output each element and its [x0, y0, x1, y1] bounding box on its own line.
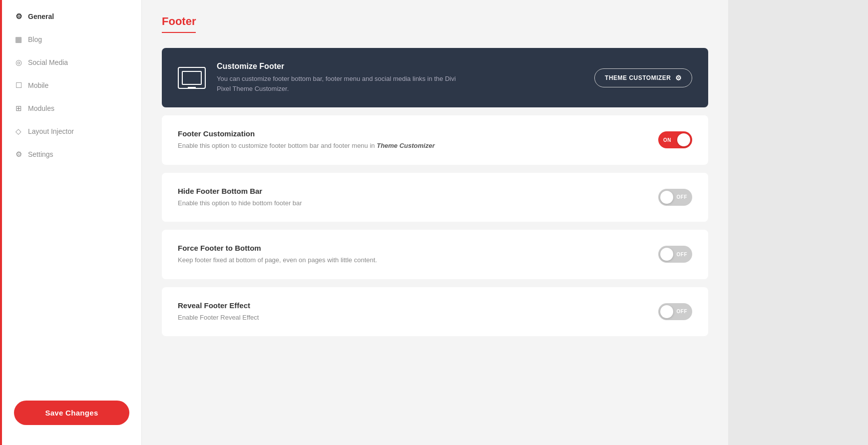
toggle-on-label: ON — [663, 137, 671, 143]
sidebar-label-settings: Settings — [28, 150, 53, 158]
toggle-knob-footer-customization — [677, 133, 690, 146]
sidebar-nav: ⚙ General ▦ Blog ◎ Social Media ☐ Mobile… — [2, 0, 141, 391]
setting-force-footer-bottom: Force Footer to Bottom Keep footer fixed… — [162, 230, 708, 279]
sidebar-label-blog: Blog — [28, 35, 42, 43]
main-content: Footer Customize Footer You can customiz… — [142, 0, 728, 445]
sidebar-label-modules: Modules — [28, 104, 54, 112]
toggle-force-footer[interactable]: OFF — [658, 246, 692, 263]
setting-desc-reveal-footer: Enable Footer Reveal Effect — [178, 313, 259, 323]
toggle-reveal-footer[interactable]: OFF — [658, 303, 692, 320]
footer-icon-inner — [182, 71, 202, 85]
setting-title-footer-customization: Footer Customization — [178, 129, 435, 138]
setting-hide-footer-bottom-bar: Hide Footer Bottom Bar Enable this optio… — [162, 173, 708, 222]
banner-left: Customize Footer You can customize foote… — [178, 62, 456, 93]
save-button-wrapper: Save Changes — [2, 391, 141, 435]
sidebar: ⚙ General ▦ Blog ◎ Social Media ☐ Mobile… — [2, 0, 142, 445]
toggle-off-label-reveal-footer: OFF — [677, 309, 688, 314]
right-decorative-panel — [728, 0, 868, 445]
theme-customizer-label: THEME CUSTOMIZER — [605, 74, 671, 81]
setting-desc-hide-footer: Enable this option to hide bottom footer… — [178, 198, 302, 208]
sidebar-item-settings[interactable]: ⚙ Settings — [2, 143, 141, 166]
gear-icon: ⚙ — [14, 12, 23, 21]
sidebar-item-modules[interactable]: ⊞ Modules — [2, 97, 141, 120]
toggle-switch-reveal-footer[interactable]: OFF — [658, 303, 692, 320]
setting-info-force-footer: Force Footer to Bottom Keep footer fixed… — [178, 244, 377, 265]
theme-customizer-gear-icon: ⚙ — [675, 74, 682, 82]
sidebar-item-mobile[interactable]: ☐ Mobile — [2, 74, 141, 97]
social-media-icon: ◎ — [14, 58, 23, 67]
sidebar-label-general: General — [28, 12, 54, 20]
sidebar-item-blog[interactable]: ▦ Blog — [2, 28, 141, 51]
toggle-knob-force-footer — [660, 248, 673, 261]
sidebar-item-social-media[interactable]: ◎ Social Media — [2, 51, 141, 74]
toggle-knob-reveal-footer — [660, 305, 673, 318]
sidebar-item-layout-injector[interactable]: ◇ Layout Injector — [2, 120, 141, 143]
setting-title-hide-footer: Hide Footer Bottom Bar — [178, 187, 302, 195]
sidebar-label-mobile: Mobile — [28, 81, 48, 89]
toggle-switch-footer-customization[interactable]: ON — [658, 131, 692, 148]
page-title: Footer — [162, 15, 196, 33]
sidebar-label-social-media: Social Media — [28, 58, 68, 66]
setting-title-force-footer: Force Footer to Bottom — [178, 244, 377, 252]
setting-reveal-footer-effect: Reveal Footer Effect Enable Footer Revea… — [162, 287, 708, 337]
toggle-off-label-force-footer: OFF — [677, 252, 688, 257]
layout-injector-icon: ◇ — [14, 127, 23, 136]
toggle-hide-footer[interactable]: OFF — [658, 189, 692, 206]
toggle-switch-force-footer[interactable]: OFF — [658, 246, 692, 263]
toggle-switch-hide-footer[interactable]: OFF — [658, 189, 692, 206]
theme-customizer-button[interactable]: THEME CUSTOMIZER ⚙ — [594, 68, 692, 87]
setting-desc-link-footer-customization: Theme Customizer — [377, 142, 434, 149]
blog-icon: ▦ — [14, 35, 23, 44]
banner-title: Customize Footer — [217, 62, 456, 71]
footer-layout-icon — [178, 67, 206, 89]
setting-info-footer-customization: Footer Customization Enable this option … — [178, 129, 435, 151]
content-area: Customize Footer You can customize foote… — [162, 48, 708, 336]
toggle-off-label-hide-footer: OFF — [677, 194, 688, 200]
setting-desc-force-footer: Keep footer fixed at bottom of page, eve… — [178, 255, 377, 265]
mobile-icon: ☐ — [14, 81, 23, 90]
setting-info-reveal-footer: Reveal Footer Effect Enable Footer Revea… — [178, 301, 259, 323]
setting-title-reveal-footer: Reveal Footer Effect — [178, 301, 259, 310]
customize-footer-banner: Customize Footer You can customize foote… — [162, 48, 708, 107]
setting-footer-customization: Footer Customization Enable this option … — [162, 115, 708, 165]
save-changes-button[interactable]: Save Changes — [14, 401, 129, 425]
setting-info-hide-footer: Hide Footer Bottom Bar Enable this optio… — [178, 187, 302, 208]
toggle-knob-hide-footer — [660, 191, 673, 204]
modules-icon: ⊞ — [14, 104, 23, 113]
sidebar-item-general[interactable]: ⚙ General — [2, 5, 141, 28]
banner-description: You can customize footer bottom bar, foo… — [217, 74, 456, 93]
settings-icon: ⚙ — [14, 150, 23, 159]
banner-text: Customize Footer You can customize foote… — [217, 62, 456, 93]
toggle-footer-customization[interactable]: ON — [658, 131, 692, 148]
sidebar-label-layout-injector: Layout Injector — [28, 127, 74, 135]
setting-desc-footer-customization: Enable this option to customize footer b… — [178, 141, 435, 151]
